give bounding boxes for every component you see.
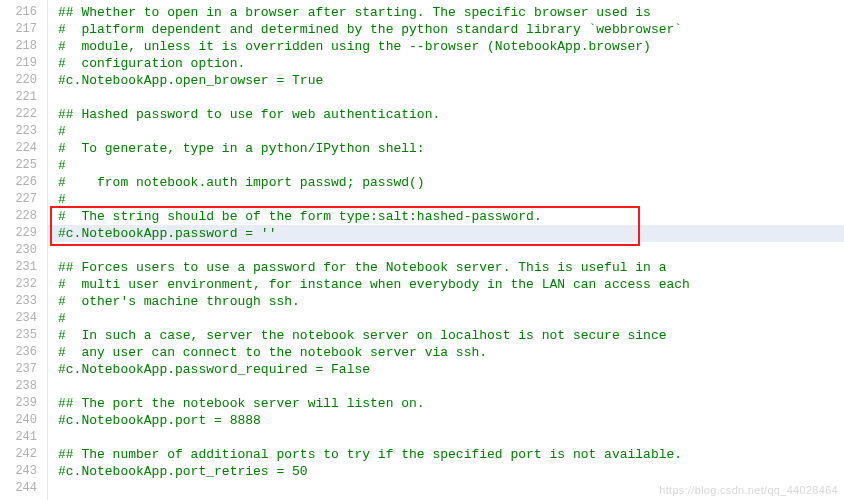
code-line[interactable] — [58, 429, 844, 446]
code-line[interactable]: # — [58, 191, 844, 208]
code-line[interactable]: ## Whether to open in a browser after st… — [58, 4, 844, 21]
line-number: 243 — [0, 463, 47, 480]
line-number: 223 — [0, 123, 47, 140]
code-area[interactable]: ## Whether to open in a browser after st… — [48, 0, 844, 500]
code-line[interactable]: # platform dependent and determined by t… — [58, 21, 844, 38]
code-line[interactable] — [58, 242, 844, 259]
line-number: 244 — [0, 480, 47, 497]
code-line[interactable]: # multi user environment, for instance w… — [58, 276, 844, 293]
line-number: 219 — [0, 55, 47, 72]
line-number: 238 — [0, 378, 47, 395]
line-number: 225 — [0, 157, 47, 174]
code-line[interactable]: # configuration option. — [58, 55, 844, 72]
code-line[interactable]: ## The port the notebook server will lis… — [58, 395, 844, 412]
code-line[interactable]: ## Forces users to use a password for th… — [58, 259, 844, 276]
code-line[interactable]: #c.NotebookApp.password = '' — [48, 225, 844, 242]
line-number: 222 — [0, 106, 47, 123]
code-line[interactable] — [58, 89, 844, 106]
line-number: 240 — [0, 412, 47, 429]
code-line[interactable]: #c.NotebookApp.port_retries = 50 — [58, 463, 844, 480]
line-number: 229 — [0, 225, 47, 242]
line-number-gutter: 2162172182192202212222232242252262272282… — [0, 0, 48, 500]
code-line[interactable]: # To generate, type in a python/IPython … — [58, 140, 844, 157]
line-number: 226 — [0, 174, 47, 191]
code-line[interactable]: #c.NotebookApp.open_browser = True — [58, 72, 844, 89]
code-line[interactable]: # from notebook.auth import passwd; pass… — [58, 174, 844, 191]
line-number: 235 — [0, 327, 47, 344]
line-number: 242 — [0, 446, 47, 463]
code-editor[interactable]: 2162172182192202212222232242252262272282… — [0, 0, 844, 500]
code-line[interactable]: # In such a case, server the notebook se… — [58, 327, 844, 344]
code-line[interactable]: # — [58, 123, 844, 140]
line-number: 241 — [0, 429, 47, 446]
line-number: 221 — [0, 89, 47, 106]
line-number: 232 — [0, 276, 47, 293]
line-number: 217 — [0, 21, 47, 38]
code-line[interactable]: # module, unless it is overridden using … — [58, 38, 844, 55]
line-number: 216 — [0, 4, 47, 21]
watermark-text: https://blog.csdn.net/qq_44028464 — [659, 484, 838, 496]
line-number: 231 — [0, 259, 47, 276]
line-number: 237 — [0, 361, 47, 378]
line-number: 230 — [0, 242, 47, 259]
code-line[interactable]: ## The number of additional ports to try… — [58, 446, 844, 463]
line-number: 233 — [0, 293, 47, 310]
code-line[interactable]: # other's machine through ssh. — [58, 293, 844, 310]
line-number: 228 — [0, 208, 47, 225]
line-number: 239 — [0, 395, 47, 412]
line-number: 236 — [0, 344, 47, 361]
line-number: 224 — [0, 140, 47, 157]
code-line[interactable]: #c.NotebookApp.port = 8888 — [58, 412, 844, 429]
code-line[interactable]: # The string should be of the form type:… — [58, 208, 844, 225]
code-line[interactable] — [58, 378, 844, 395]
code-line[interactable]: ## Hashed password to use for web authen… — [58, 106, 844, 123]
code-line[interactable]: # — [58, 157, 844, 174]
code-line[interactable]: # — [58, 310, 844, 327]
code-line[interactable]: # any user can connect to the notebook s… — [58, 344, 844, 361]
line-number: 218 — [0, 38, 47, 55]
line-number: 227 — [0, 191, 47, 208]
line-number: 220 — [0, 72, 47, 89]
code-line[interactable]: #c.NotebookApp.password_required = False — [58, 361, 844, 378]
line-number: 234 — [0, 310, 47, 327]
